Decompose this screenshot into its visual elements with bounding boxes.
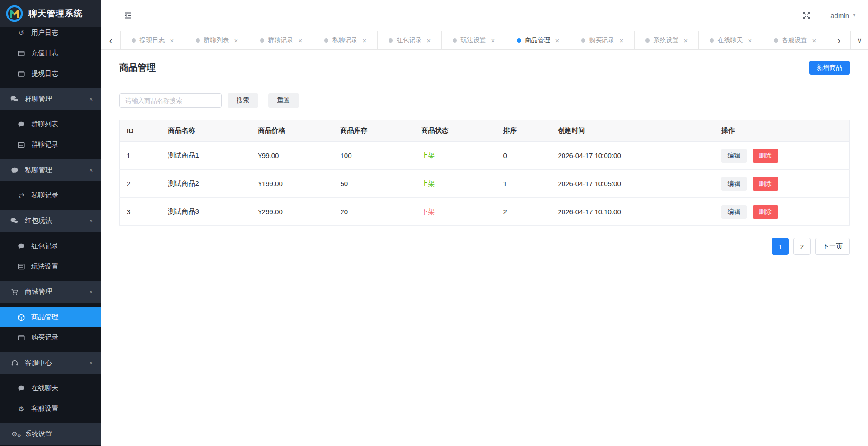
group-chat-icon <box>10 217 19 224</box>
chevron-up-icon: ∧ <box>89 168 93 173</box>
page-button-2[interactable]: 2 <box>793 238 811 255</box>
tab-close-icon[interactable]: × <box>620 37 624 44</box>
tab-close-icon[interactable]: × <box>812 37 816 44</box>
tab-product-management[interactable]: 商品管理 × <box>506 31 570 49</box>
delete-button[interactable]: 删除 <box>753 205 778 219</box>
delete-button[interactable]: 删除 <box>753 177 778 191</box>
tab-close-icon[interactable]: × <box>299 37 303 44</box>
page-button-1[interactable]: 1 <box>772 238 789 255</box>
tab-group-list[interactable]: 群聊列表 × <box>185 31 249 49</box>
sidebar-menu: ↺ 用户日志 充值日志 提现日志 <box>0 23 101 445</box>
sidebar-item-private-records[interactable]: ⇄ 私聊记录 <box>0 185 101 206</box>
card-icon <box>17 70 25 77</box>
gear-icon: ⚙ <box>17 405 25 412</box>
sidebar-item-group-list[interactable]: 群聊列表 <box>0 114 101 134</box>
tab-withdraw-log[interactable]: 提现日志 × <box>121 31 185 49</box>
cell-price: ¥99.00 <box>251 142 334 170</box>
cell-sort: 1 <box>497 170 551 198</box>
status-badge: 下架 <box>422 207 435 215</box>
tab-service-settings[interactable]: 客服设置 × <box>763 31 827 49</box>
col-sort: 排序 <box>497 120 551 142</box>
product-search-input[interactable] <box>119 93 222 108</box>
col-name: 商品名称 <box>161 120 251 142</box>
gears-icon: ⚙⚙ <box>10 431 19 437</box>
app-logo: 聊天管理系统 <box>0 0 101 27</box>
tabs-scroll-left-button[interactable]: ‹ <box>101 31 121 49</box>
headset-icon <box>10 360 19 367</box>
top-header: admin ▼ <box>101 0 868 31</box>
cube-icon <box>17 314 25 321</box>
cell-name: 测试商品3 <box>161 198 251 226</box>
tab-close-icon[interactable]: × <box>234 37 238 44</box>
tab-close-icon[interactable]: × <box>684 37 688 44</box>
search-button[interactable]: 搜索 <box>228 93 258 108</box>
page-header: 商品管理 新增商品 <box>119 61 850 75</box>
sidebar-section-group-management[interactable]: 群聊管理 ∧ <box>0 88 101 110</box>
tab-dot <box>196 38 200 43</box>
sidebar-item-recharge-log[interactable]: 充值日志 <box>0 43 101 63</box>
sidebar-item-group-records[interactable]: 群聊记录 <box>0 134 101 155</box>
cell-id: 1 <box>120 142 161 170</box>
app-window: 聊天管理系统 ↺ 用户日志 充值日志 提现日志 <box>0 0 868 446</box>
tab-close-icon[interactable]: × <box>555 37 560 44</box>
sidebar-item-purchase-records[interactable]: 购买记录 <box>0 327 101 348</box>
tab-purchase-records[interactable]: 购买记录 × <box>570 31 635 49</box>
tab-play-settings[interactable]: 玩法设置 × <box>442 31 506 49</box>
edit-button[interactable]: 编辑 <box>721 177 747 191</box>
sidebar-section-redpacket-play[interactable]: 红包玩法 ∧ <box>0 210 101 232</box>
sidebar-item-online-chat[interactable]: 在线聊天 <box>0 378 101 398</box>
sidebar-section-mall-management[interactable]: 商城管理 ∧ <box>0 281 101 303</box>
col-status: 商品状态 <box>415 120 497 142</box>
cell-sort: 0 <box>497 142 551 170</box>
sidebar-item-withdraw-log[interactable]: 提现日志 <box>0 63 101 84</box>
sidebar-item-play-settings[interactable]: 玩法设置 <box>0 256 101 277</box>
sidebar-section-private-management[interactable]: 私聊管理 ∧ <box>0 159 101 181</box>
sidebar-section-service-center[interactable]: 客服中心 ∧ <box>0 352 101 374</box>
sidebar-collapse-icon[interactable] <box>123 11 133 20</box>
tab-private-records[interactable]: 私聊记录 × <box>313 31 378 49</box>
col-id: ID <box>120 120 161 142</box>
tab-close-icon[interactable]: × <box>491 37 495 44</box>
next-page-button[interactable]: 下一页 <box>815 238 850 255</box>
history-icon: ↺ <box>17 29 25 36</box>
edit-button[interactable]: 编辑 <box>721 149 747 163</box>
logo-icon <box>5 4 24 23</box>
sidebar-item-service-settings[interactable]: ⚙ 客服设置 <box>0 398 101 419</box>
tab-redpacket-records[interactable]: 红包记录 × <box>378 31 442 49</box>
col-price: 商品价格 <box>251 120 334 142</box>
chat-bubble-icon <box>17 121 25 128</box>
tab-system-settings[interactable]: 系统设置 × <box>635 31 699 49</box>
tab-group-records[interactable]: 群聊记录 × <box>249 31 313 49</box>
sidebar-item-redpacket-records[interactable]: 红包记录 <box>0 236 101 256</box>
tab-dot <box>645 38 650 43</box>
pagination: 1 2 下一页 <box>119 238 850 255</box>
tab-online-chat[interactable]: 在线聊天 × <box>699 31 763 49</box>
cell-stock: 100 <box>334 142 415 170</box>
tab-dot <box>774 38 778 43</box>
fullscreen-icon[interactable] <box>802 11 811 19</box>
tab-dot <box>324 38 328 43</box>
edit-button[interactable]: 编辑 <box>721 205 747 219</box>
search-toolbar: 搜索 重置 <box>119 93 850 108</box>
tab-close-icon[interactable]: × <box>170 37 174 44</box>
cell-price: ¥199.00 <box>251 170 334 198</box>
col-created: 创建时间 <box>551 120 715 142</box>
reset-button[interactable]: 重置 <box>268 93 299 108</box>
tabs-scroll-right-button[interactable]: › <box>827 31 850 49</box>
sidebar-item-product-management[interactable]: 商品管理 <box>0 307 101 327</box>
add-product-button[interactable]: 新增商品 <box>809 61 850 75</box>
sidebar-section-system-settings[interactable]: ⚙⚙ 系统设置 <box>0 423 101 445</box>
tabs-container: 提现日志 × 群聊列表 × 群聊记录 × 私聊记录 × <box>121 31 827 49</box>
col-stock: 商品库存 <box>334 120 415 142</box>
list-icon <box>17 263 25 270</box>
tab-close-icon[interactable]: × <box>427 37 431 44</box>
tabs-menu-button[interactable]: ∨ <box>850 31 868 49</box>
tab-dot <box>389 38 393 43</box>
tab-close-icon[interactable]: × <box>363 37 367 44</box>
col-actions: 操作 <box>715 120 850 142</box>
tab-close-icon[interactable]: × <box>748 37 752 44</box>
list-icon <box>17 141 25 149</box>
tab-dot <box>710 38 714 43</box>
user-menu[interactable]: admin ▼ <box>830 12 856 19</box>
delete-button[interactable]: 删除 <box>753 149 778 163</box>
